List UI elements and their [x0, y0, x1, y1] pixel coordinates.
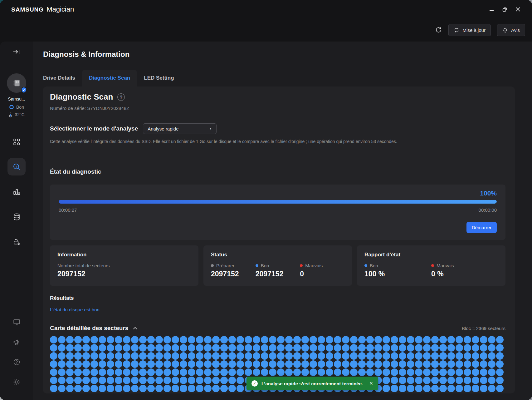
sidebar-item-dashboard[interactable]: [7, 133, 26, 151]
sector-dot: [326, 368, 333, 376]
sidebar-item-system[interactable]: [7, 314, 26, 329]
notice-button[interactable]: Avis: [497, 24, 525, 36]
refresh-icon[interactable]: [435, 27, 442, 34]
sector-dot: [245, 344, 252, 352]
scan-mode-select[interactable]: Analyse rapide ▼: [143, 123, 217, 134]
sector-dot: [391, 360, 398, 368]
sector-dot: [90, 352, 98, 360]
sector-dot: [496, 336, 504, 343]
tab-diagnostic-scan[interactable]: Diagnostic Scan: [82, 70, 137, 86]
sector-dot: [131, 336, 139, 343]
report-card: Rapport d’état Bon 100 % Mauvais 0 %: [357, 245, 505, 286]
sector-dot: [99, 344, 106, 352]
toast-close-icon[interactable]: ✕: [369, 381, 373, 386]
tab-led-setting[interactable]: LED Setting: [137, 70, 181, 86]
report-good-metric: Bon 100 %: [364, 258, 431, 278]
sector-dot: [431, 344, 439, 352]
sector-dot: [147, 385, 155, 392]
progress-bar: [59, 200, 497, 204]
start-button[interactable]: Démarrer: [466, 222, 497, 233]
sidebar-item-security[interactable]: [7, 233, 26, 250]
update-button[interactable]: Mise à jour: [448, 24, 491, 36]
sector-dot: [293, 344, 301, 352]
sector-dot: [99, 368, 106, 376]
sector-dot: [496, 352, 504, 360]
sector-dot: [147, 368, 155, 376]
sector-dot: [172, 377, 179, 384]
elapsed-time: 00:00:27: [59, 207, 77, 213]
sector-dot: [99, 377, 106, 384]
sector-dot: [285, 344, 293, 352]
sector-dot: [439, 360, 447, 368]
sidebar-bottom-nav: [7, 314, 26, 389]
sector-dot: [74, 377, 82, 384]
drive-status-row: Bon: [9, 105, 24, 110]
sidebar-item-settings[interactable]: [7, 374, 26, 389]
sidebar-item-help[interactable]: [7, 354, 26, 369]
progress-bar-fill: [59, 200, 497, 204]
sector-dot: [277, 336, 285, 343]
sector-dot: [253, 368, 260, 376]
sector-dot: [82, 385, 90, 392]
sector-dot: [431, 385, 439, 392]
sidebar-item-diagnosis[interactable]: [7, 158, 26, 175]
sector-dot: [310, 360, 317, 368]
sector-dot: [58, 368, 66, 376]
sidebar-item-data-management[interactable]: [7, 208, 26, 225]
sector-dot: [220, 385, 228, 392]
sector-dot: [269, 344, 276, 352]
total-sectors-label: Nombre total de secteurs: [57, 263, 191, 268]
sector-dot: [374, 368, 382, 376]
sidebar-item-announcements[interactable]: [7, 334, 26, 349]
sidebar-expand-icon[interactable]: [12, 48, 21, 56]
sector-dot: [326, 352, 333, 360]
sector-dot: [342, 360, 349, 368]
sector-dot: [431, 336, 439, 343]
help-icon: [13, 358, 21, 366]
sector-dot: [212, 360, 220, 368]
sector-dot: [99, 352, 106, 360]
sector-dot: [139, 360, 147, 368]
drive-health-badge: [20, 86, 27, 94]
sector-dot: [131, 377, 139, 384]
sidebar-item-performance[interactable]: [7, 183, 26, 200]
minimize-button[interactable]: [489, 7, 494, 12]
sector-dot: [447, 368, 455, 376]
help-icon[interactable]: ?: [117, 93, 125, 101]
sector-dot: [464, 336, 471, 343]
sector-dot: [204, 336, 212, 343]
sector-dot: [99, 360, 106, 368]
sector-dot: [358, 360, 366, 368]
sector-dot: [164, 368, 171, 376]
title-bar: SAMSUNG Magician: [0, 0, 532, 19]
sector-dot: [139, 385, 147, 392]
sector-dot: [399, 377, 406, 384]
sector-dot: [220, 360, 228, 368]
sector-dot: [82, 377, 90, 384]
sector-dot: [472, 368, 479, 376]
sector-dot: [139, 352, 147, 360]
sector-dot: [50, 360, 57, 368]
sector-dot: [383, 385, 390, 392]
gray-dot-icon: [211, 264, 214, 267]
sync-icon: [454, 27, 460, 33]
chevron-up-icon[interactable]: [133, 326, 138, 331]
sector-dot: [188, 377, 195, 384]
restore-button[interactable]: [502, 7, 508, 12]
sector-dot: [277, 368, 285, 376]
sector-dot: [439, 377, 447, 384]
tab-drive-details[interactable]: Drive Details: [43, 70, 82, 86]
drive-avatar[interactable]: [7, 73, 26, 93]
sector-dot: [147, 360, 155, 368]
sector-dot: [407, 385, 414, 392]
sector-grid-row: [50, 360, 505, 368]
sector-dot: [488, 336, 495, 343]
toast-message: L’analyse rapide s’est correctement term…: [261, 381, 363, 386]
sector-dot: [423, 368, 431, 376]
close-button[interactable]: [515, 7, 521, 12]
sector-dot: [301, 336, 309, 343]
app-body: Samsu... Bon 32°C: [0, 42, 532, 400]
sector-dot: [115, 352, 122, 360]
sector-dot: [204, 377, 212, 384]
sector-dot: [107, 368, 114, 376]
